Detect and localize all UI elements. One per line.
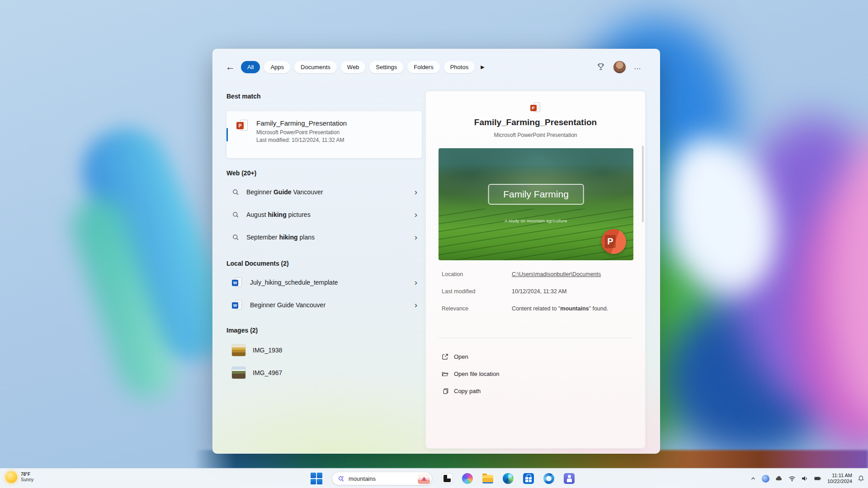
detail-value: Content related to "mountains" found. bbox=[512, 305, 632, 312]
chevron-right-icon[interactable]: › bbox=[415, 232, 417, 242]
terminal-icon[interactable] bbox=[442, 473, 453, 484]
chevron-right-icon[interactable]: › bbox=[415, 300, 417, 310]
search-window: ← All Apps Documents Web Settings Folder… bbox=[212, 49, 660, 454]
word-file-icon: W bbox=[232, 277, 243, 288]
scrollbar[interactable] bbox=[642, 145, 644, 222]
start-button[interactable] bbox=[311, 473, 322, 484]
powerpoint-file-icon: P bbox=[530, 102, 541, 113]
tab-apps[interactable]: Apps bbox=[264, 61, 290, 73]
search-icon bbox=[232, 211, 239, 218]
clock-time: 11:11 AM bbox=[827, 473, 852, 479]
web-suggestion-label: August hiking pictures bbox=[246, 211, 407, 218]
tab-all[interactable]: All bbox=[241, 61, 260, 73]
tab-overflow-icon[interactable]: ▶ bbox=[481, 64, 484, 70]
action-label: Copy path bbox=[454, 388, 481, 394]
web-suggestion-row[interactable]: Beginner Guide Vancouver › bbox=[226, 182, 422, 202]
documents-section-header: Local Documents (2) bbox=[226, 260, 289, 267]
volume-icon[interactable] bbox=[801, 475, 808, 482]
edge-icon[interactable] bbox=[503, 473, 514, 484]
filter-tabs: All Apps Documents Web Settings Folders … bbox=[241, 61, 485, 73]
image-title: IMG_1938 bbox=[253, 347, 417, 354]
chevron-right-icon[interactable]: › bbox=[415, 210, 417, 220]
taskbar-search-box[interactable]: mountains bbox=[332, 472, 432, 485]
best-match-header: Best match bbox=[226, 93, 260, 100]
copilot-icon[interactable] bbox=[462, 473, 473, 484]
web-suggestion-label: Beginner Guide Vancouver bbox=[246, 188, 407, 196]
web-suggestion-label: September hiking plans bbox=[246, 234, 407, 241]
detail-row-relevance: Relevance Content related to "mountains"… bbox=[442, 305, 632, 312]
chevron-right-icon[interactable]: › bbox=[415, 277, 417, 287]
system-tray: 11:11 AM 10/22/2024 bbox=[750, 469, 864, 488]
best-match-item[interactable]: P Family_Farming_Presentation Microsoft … bbox=[226, 111, 422, 158]
open-file-location-action[interactable]: Open file location bbox=[442, 368, 499, 380]
user-avatar[interactable] bbox=[613, 61, 626, 73]
tab-folders[interactable]: Folders bbox=[407, 61, 439, 73]
detail-row-modified: Last modified 10/12/2024, 11:32 AM bbox=[442, 288, 632, 295]
tray-app-icon[interactable] bbox=[762, 475, 769, 483]
image-row[interactable]: IMG_4967 bbox=[226, 363, 422, 383]
document-title: Beginner Guide Vancouver bbox=[250, 301, 407, 309]
copy-path-action[interactable]: Copy path bbox=[442, 385, 481, 397]
tab-photos[interactable]: Photos bbox=[444, 61, 475, 73]
open-icon bbox=[442, 353, 448, 360]
best-match-subtitle: Microsoft PowerPoint Presentation bbox=[256, 129, 347, 136]
onedrive-cloud-icon[interactable] bbox=[775, 475, 783, 482]
powerpoint-logo-icon: P bbox=[601, 229, 626, 254]
microsoft-store-icon[interactable] bbox=[523, 473, 534, 484]
divider bbox=[439, 338, 632, 338]
detail-row-location: Location C:\Users\madisonbutler\Document… bbox=[442, 271, 632, 277]
open-action[interactable]: Open bbox=[442, 351, 468, 362]
weather-widget[interactable]: 78°F Sunny bbox=[5, 471, 33, 483]
powerpoint-file-icon: P bbox=[236, 119, 249, 132]
clock-date: 10/22/2024 bbox=[827, 479, 852, 484]
selection-indicator bbox=[226, 128, 228, 141]
preview-panel: P Family_Farming_Presentation Microsoft … bbox=[425, 91, 646, 449]
action-label: Open bbox=[454, 353, 468, 360]
sun-icon bbox=[5, 471, 17, 483]
notification-bell-icon[interactable] bbox=[858, 475, 864, 482]
preview-title: Family_Farming_Presentation bbox=[426, 117, 645, 127]
web-suggestion-row[interactable]: September hiking plans › bbox=[226, 227, 422, 247]
best-match-title: Family_Farming_Presentation bbox=[256, 119, 347, 127]
folder-icon bbox=[442, 371, 448, 377]
image-thumbnail bbox=[232, 344, 245, 356]
more-options-icon[interactable]: … bbox=[634, 63, 642, 71]
web-suggestion-row[interactable]: August hiking pictures › bbox=[226, 205, 422, 225]
back-icon[interactable]: ← bbox=[226, 61, 235, 72]
desktop: ← All Apps Documents Web Settings Folder… bbox=[0, 0, 868, 488]
document-row[interactable]: W Beginner Guide Vancouver › bbox=[226, 295, 422, 315]
tab-documents[interactable]: Documents bbox=[294, 61, 337, 73]
tab-settings[interactable]: Settings bbox=[369, 61, 403, 73]
search-highlight-thumbnail bbox=[418, 474, 430, 484]
detail-label: Last modified bbox=[442, 288, 475, 295]
slide-title: Family Farming bbox=[488, 184, 584, 205]
detail-label: Location bbox=[442, 271, 463, 277]
tab-web[interactable]: Web bbox=[341, 61, 366, 73]
file-explorer-icon[interactable] bbox=[482, 475, 493, 483]
search-icon bbox=[232, 234, 239, 241]
document-row[interactable]: W July_hiking_schedule_template › bbox=[226, 272, 422, 292]
sync-app-icon[interactable] bbox=[543, 473, 554, 484]
web-section-header: Web (20+) bbox=[226, 169, 256, 177]
image-title: IMG_4967 bbox=[253, 369, 417, 376]
weather-condition: Sunny bbox=[21, 477, 33, 483]
battery-icon[interactable] bbox=[814, 475, 822, 482]
best-match-modified: Last modified: 10/12/2024, 11:32 AM bbox=[256, 137, 347, 143]
tray-chevron-up-icon[interactable] bbox=[750, 475, 756, 482]
teams-icon[interactable] bbox=[564, 473, 575, 484]
detail-value: 10/12/2024, 11:32 AM bbox=[512, 288, 632, 295]
taskbar-clock[interactable]: 11:11 AM 10/22/2024 bbox=[827, 473, 852, 484]
location-link[interactable]: C:\Users\madisonbutler\Documents bbox=[512, 271, 632, 277]
chevron-right-icon[interactable]: › bbox=[415, 187, 417, 197]
action-label: Open file location bbox=[454, 371, 499, 377]
rewards-icon[interactable] bbox=[596, 62, 605, 71]
word-file-icon: W bbox=[232, 300, 243, 310]
wifi-icon[interactable] bbox=[788, 475, 796, 482]
weather-temp: 78°F bbox=[21, 472, 33, 477]
slide-preview[interactable]: Family Farming A study on mountain agric… bbox=[439, 148, 633, 260]
images-section-header: Images (2) bbox=[226, 327, 258, 334]
image-thumbnail bbox=[232, 367, 245, 379]
taskbar: 78°F Sunny mountains bbox=[0, 468, 868, 488]
slide-subtitle: A study on mountain agriculture bbox=[439, 219, 633, 223]
image-row[interactable]: IMG_1938 bbox=[226, 340, 422, 360]
